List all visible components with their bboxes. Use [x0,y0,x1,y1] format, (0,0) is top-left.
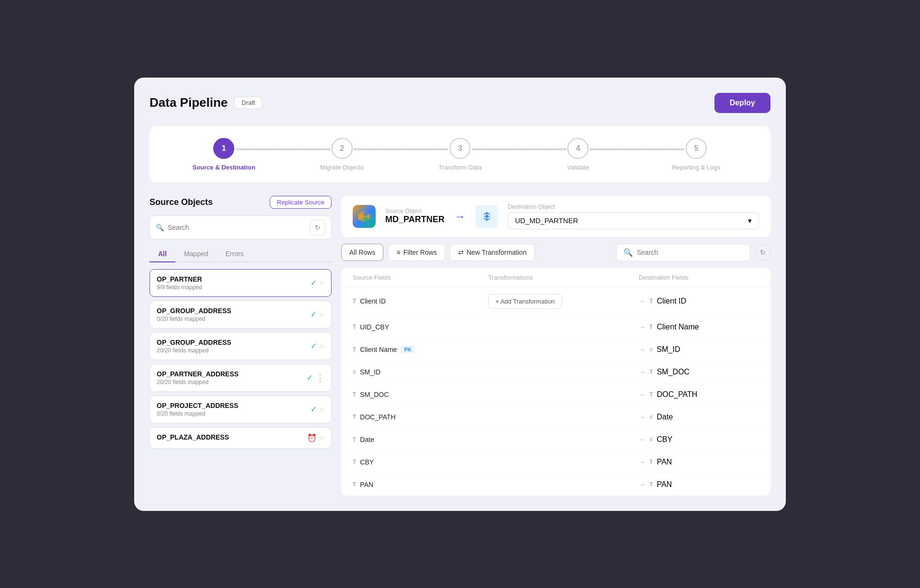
source-destination-bar: Source Object MD_PARTNER → Destination O… [341,196,770,237]
object-fields: 9/9 fields mapped [157,284,310,291]
dest-type-icon: T [649,298,653,305]
field-name: Client ID [360,297,386,305]
sidebar: Source Objects Replicate Source 🔍 ↻ All … [150,196,332,496]
sidebar-search-input[interactable] [168,224,306,231]
step-circle-3: 3 [449,138,471,159]
circle-icon: ○ [320,405,324,414]
transformations-header: Transformations [488,274,624,281]
dest-type-icon: # [649,346,653,353]
type-icon: # [353,368,356,375]
step-label-4: Validate [567,164,589,171]
sidebar-title: Source Objects [150,197,213,207]
dest-field-name: DOC_PATH [657,390,698,399]
sidebar-refresh-button[interactable]: ↻ [310,220,325,235]
arrow-icon: → [639,368,645,376]
dest-cell: → T Client Name [623,323,759,331]
object-name: OP_GROUP_ADDRESS [157,307,310,315]
dest-field-name: Client Name [657,323,699,331]
warning-icon: ⏰ [307,433,317,442]
step-2[interactable]: 2 Migrate Objects [283,138,401,171]
page-title: Data Pipeline [150,95,228,110]
more-options-icon[interactable]: ⋮ [316,373,324,383]
list-item[interactable]: OP_GROUP_ADDRESS 20/20 fields mapped ✓ ○ [150,332,332,360]
dest-cell: → T Client ID [623,297,759,305]
sidebar-header: Source Objects Replicate Source [150,196,332,209]
replicate-source-button[interactable]: Replicate Source [270,196,332,209]
table-header: Source Fields Transformations Destinatio… [341,268,770,287]
circle-icon: ○ [320,279,324,287]
table-row: T UID_CBY → T Client Name [341,316,770,339]
transform-cell: + Add Transformation [488,294,624,309]
object-fields: 20/20 fields mapped [157,379,307,385]
svg-point-5 [485,215,488,218]
object-actions: ✓ ○ [310,310,324,319]
object-actions: ⏰ ○ [307,433,324,442]
list-item[interactable]: OP_GROUP_ADDRESS 0/20 fields mapped ✓ ○ [150,301,332,328]
step-1[interactable]: 1 Source & Destination [165,138,283,171]
field-name: Date [360,436,374,443]
step-5[interactable]: 5 Reporting & Logs [637,138,755,171]
field-name: SM_ID [360,368,380,376]
all-rows-button[interactable]: All Rows [341,244,383,261]
step-3[interactable]: 3 Transform Data [401,138,519,171]
object-actions: ✓ ⋮ [307,373,324,383]
list-item[interactable]: OP_PROJECT_ADDRESS 0/20 fields mapped ✓ … [150,396,332,423]
type-icon: T [353,324,356,330]
tab-errors[interactable]: Errors [217,246,252,262]
dest-field-name: SM_DOC [657,368,690,376]
table-row: T SM_DOC → T DOC_PATH [341,384,770,406]
header: Data Pipeline Draft Deploy [150,93,770,113]
list-item[interactable]: OP_PARTNER_ADDRESS 20/20 fields mapped ✓… [150,364,332,392]
object-fields: 0/20 fields mapped [157,316,310,322]
add-transformation-button[interactable]: + Add Transformation [488,294,562,309]
object-fields: 0/20 fields mapped [157,410,310,417]
source-field-cell: T UID_CBY [353,323,488,331]
toolbar-search-input[interactable] [637,249,743,256]
field-name: PAN [360,481,373,488]
source-field-cell: T SM_DOC [353,391,488,398]
source-info: Source Object MD_PARTNER [385,208,445,225]
pk-badge: PK [401,346,414,353]
step-circle-5: 5 [686,138,707,159]
tab-mapped[interactable]: Mapped [175,246,217,262]
type-icon: T [353,481,356,488]
type-icon: T [353,298,356,305]
source-field-cell: T Client ID [353,297,488,305]
new-transformation-button[interactable]: ⇄ New Transformation [450,244,535,261]
list-item[interactable]: OP_PLAZA_ADDRESS ⏰ ○ [150,427,332,449]
destination-dropdown[interactable]: UD_MD_PARTNER ▾ [508,212,759,229]
dest-field-name: CBY [657,435,673,444]
right-panel: Source Object MD_PARTNER → Destination O… [341,196,770,496]
table-row: T Date → # CBY [341,429,770,451]
search-icon: 🔍 [623,248,633,257]
dest-type-icon: T [649,391,653,398]
check-icon: ✓ [310,278,317,287]
toolbar-search-box: 🔍 [616,244,750,261]
object-fields: 20/20 fields mapped [157,347,310,354]
step-circle-4: 4 [567,138,588,159]
source-field-cell: T DOC_PATH [353,413,488,421]
tabs-row: All Mapped Errors [150,246,332,262]
destination-value: UD_MD_PARTNER [515,216,578,225]
table-row: T Client Name PK → # SM_ID [341,339,770,361]
arrow-icon: → [639,297,645,305]
check-icon: ✓ [310,341,317,351]
source-value: MD_PARTNER [385,215,445,225]
tab-all[interactable]: All [150,246,175,262]
chevron-down-icon: ▾ [748,216,752,225]
source-field-cell: T PAN [353,481,488,488]
header-left: Data Pipeline Draft [150,95,262,110]
object-info: OP_PARTNER_ADDRESS 20/20 fields mapped [157,370,307,385]
step-4[interactable]: 4 Validate [519,138,637,171]
object-info: OP_GROUP_ADDRESS 20/20 fields mapped [157,339,310,354]
step-label-3: Transform Data [438,164,482,171]
sidebar-search-box: 🔍 ↻ [150,215,332,239]
toolbar-refresh-button[interactable]: ↻ [755,245,770,260]
deploy-button[interactable]: Deploy [714,93,770,113]
dest-type-icon: # [649,413,653,420]
search-icon: 🔍 [156,224,164,231]
list-item[interactable]: OP_PARTNER 9/9 fields mapped ✓ ○ [150,269,332,297]
filter-rows-button[interactable]: ≡ Filter Rows [388,244,445,261]
object-info: OP_PLAZA_ADDRESS [157,433,307,442]
arrow-icon: → [639,413,645,421]
